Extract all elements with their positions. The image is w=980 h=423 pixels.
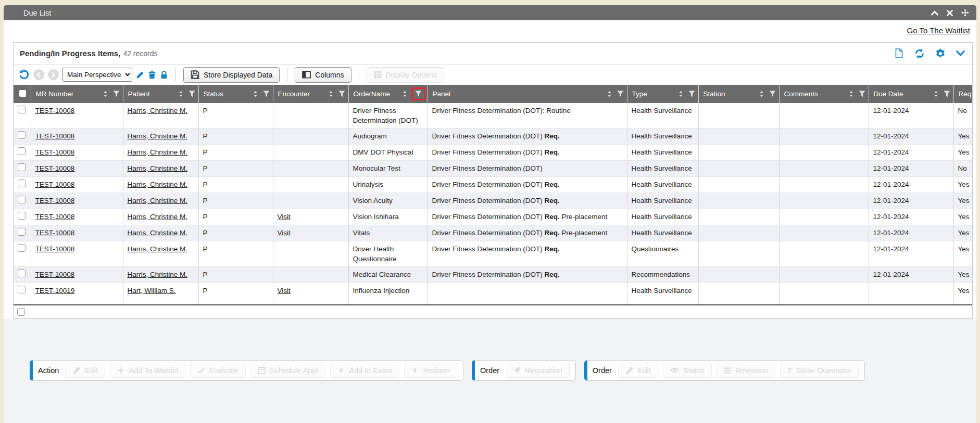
delete-perspective-button[interactable] (148, 71, 156, 79)
select-all-checkbox[interactable] (19, 90, 26, 97)
close-button[interactable] (947, 10, 953, 16)
sort-icon[interactable] (933, 91, 939, 97)
row-checkbox[interactable] (18, 228, 26, 236)
funnel-icon[interactable] (859, 91, 865, 97)
row-checkbox[interactable] (18, 106, 26, 113)
sort-icon[interactable] (758, 91, 765, 97)
titlebar[interactable]: Due List (4, 5, 976, 20)
funnel-icon[interactable] (113, 91, 120, 97)
patient-link[interactable]: Harris, Christine M. (128, 148, 188, 156)
mr-number-link[interactable]: TEST-10008 (35, 164, 75, 172)
display-options-button[interactable]: Display Options (367, 67, 444, 83)
sort-icon[interactable] (102, 91, 109, 97)
sort-icon[interactable] (401, 91, 408, 97)
collapse-panel-button[interactable] (956, 49, 965, 58)
patient-link[interactable]: Harris, Christine M. (128, 181, 188, 188)
row-checkbox[interactable] (18, 212, 26, 220)
lock-perspective-button[interactable] (160, 71, 168, 79)
add-to-waitlist-button[interactable]: Add To Waitlist (110, 363, 185, 378)
column-header-due[interactable]: Due Date (869, 85, 953, 103)
sort-icon[interactable] (178, 91, 184, 97)
funnel-icon[interactable] (415, 91, 422, 97)
visit-link[interactable]: Visit (278, 229, 291, 237)
sort-icon[interactable] (677, 91, 684, 97)
column-header-type[interactable]: Type (627, 85, 698, 103)
edit-perspective-button[interactable] (136, 71, 144, 79)
mr-number-link[interactable]: TEST-10008 (35, 271, 75, 278)
sort-icon[interactable] (328, 91, 334, 97)
column-header-status[interactable]: Status (198, 85, 273, 103)
row-checkbox[interactable] (18, 270, 26, 277)
perform-button[interactable]: Perform (404, 363, 457, 378)
funnel-icon[interactable] (769, 91, 776, 97)
row-checkbox[interactable] (18, 147, 26, 155)
patient-link[interactable]: Harris, Christine M. (128, 213, 188, 221)
column-header-req[interactable]: Req (953, 85, 972, 103)
select-all-header[interactable] (14, 85, 31, 103)
new-file-button[interactable] (894, 48, 904, 58)
sort-icon[interactable] (606, 91, 613, 97)
revisions-button[interactable]: Revisions (717, 363, 775, 378)
column-header-comments[interactable]: Comments (779, 85, 869, 103)
patient-link[interactable]: Harris, Christine M. (128, 164, 188, 172)
column-header-patient[interactable]: Patient (123, 85, 198, 103)
row-checkbox[interactable] (18, 131, 26, 139)
mr-number-link[interactable]: TEST-10008 (35, 132, 75, 140)
add-to-exam-button[interactable]: Add to Exam (330, 363, 399, 378)
move-button[interactable] (961, 9, 969, 17)
mr-number-link[interactable]: TEST-10008 (35, 245, 75, 253)
sort-icon[interactable] (252, 91, 259, 97)
mr-number-link[interactable]: TEST-10008 (35, 213, 75, 221)
refresh-button[interactable] (914, 48, 925, 59)
patient-link[interactable]: Harris, Christine M. (128, 229, 188, 237)
go-to-waitlist-link[interactable]: Go To The Waitlist (907, 26, 970, 35)
row-checkbox[interactable] (18, 196, 26, 203)
store-displayed-data-button[interactable]: Store Displayed Data (183, 67, 280, 83)
patient-link[interactable]: Harris, Christine M. (128, 271, 188, 278)
collapse-button[interactable] (931, 9, 938, 17)
patient-link[interactable]: Harris, Christine M. (128, 197, 188, 204)
evaluate-button[interactable]: Evaluate (190, 363, 245, 378)
undo-button[interactable] (19, 69, 30, 80)
patient-link[interactable]: Harris, Christine M. (128, 245, 188, 253)
sort-icon[interactable] (848, 91, 855, 97)
perspective-select[interactable]: Main Perspective (62, 68, 132, 82)
mr-number-link[interactable]: TEST-10008 (35, 229, 75, 237)
row-checkbox[interactable] (18, 163, 26, 171)
next-perspective-button[interactable] (48, 69, 59, 80)
mr-number-link[interactable]: TEST-10008 (35, 197, 75, 204)
row-checkbox[interactable] (18, 244, 26, 252)
funnel-icon[interactable] (688, 91, 695, 97)
schedule-appt-button[interactable]: Schedule Appt (250, 363, 326, 378)
show-questions-button[interactable]: ?Show Questions (780, 363, 859, 378)
column-header-order[interactable]: OrderName (348, 85, 428, 103)
patient-link[interactable]: Harris, Christine M. (128, 132, 188, 140)
requisition-button[interactable]: Requisition (506, 363, 570, 378)
funnel-icon[interactable] (338, 91, 345, 97)
row-checkbox[interactable] (17, 308, 25, 316)
mr-number-link[interactable]: TEST-10008 (35, 181, 75, 188)
edit-button[interactable]: Edit (65, 363, 105, 378)
column-header-mr[interactable]: MR Number (31, 85, 123, 103)
patient-link[interactable]: Hart, William S. (128, 287, 176, 294)
patient-link[interactable]: Harris, Christine M. (128, 107, 188, 114)
funnel-icon[interactable] (263, 91, 270, 97)
mr-number-link[interactable]: TEST-10008 (35, 107, 75, 114)
column-header-station[interactable]: Station (698, 85, 779, 103)
mr-number-link[interactable]: TEST-10008 (35, 148, 75, 156)
edit-button[interactable]: Edit (618, 363, 658, 378)
funnel-icon[interactable] (189, 91, 195, 97)
row-checkbox[interactable] (18, 286, 26, 293)
funnel-icon[interactable] (617, 91, 624, 97)
columns-button[interactable]: Columns (295, 67, 351, 83)
status-button[interactable]: Status (663, 363, 712, 378)
visit-link[interactable]: Visit (278, 213, 291, 221)
row-checkbox[interactable] (18, 180, 26, 187)
visit-link[interactable]: Visit (278, 287, 291, 294)
funnel-icon[interactable] (944, 91, 950, 97)
column-header-panel[interactable]: Panel (428, 85, 627, 103)
mr-number-link[interactable]: TEST-10019 (35, 287, 75, 294)
column-header-encounter[interactable]: Encounter (273, 85, 348, 103)
settings-button[interactable] (935, 48, 946, 59)
previous-perspective-button[interactable] (33, 69, 44, 80)
